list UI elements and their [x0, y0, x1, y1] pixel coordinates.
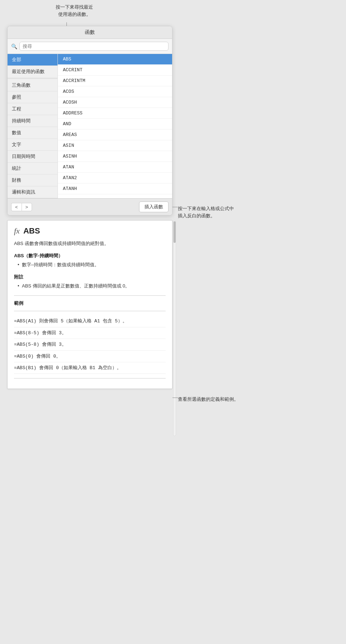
- scrollbar-thumb: [174, 221, 176, 243]
- notes-list: ABS 傳回的結果是正數數值、正數持續時間值或 0。: [14, 282, 166, 290]
- search-input[interactable]: [19, 42, 169, 51]
- search-icon: 🔍: [11, 44, 17, 49]
- search-bar: 🔍: [8, 39, 172, 54]
- func-header: fx ABS: [14, 226, 166, 236]
- function-item-accrint[interactable]: ACCRINT: [58, 65, 172, 76]
- examples-list: =ABS(A1) 則會傳回 5（如果輸入格 A1 包含 5）。=ABS(8-5)…: [14, 316, 166, 374]
- insert-callout: 按一下來在輸入格或公式中 插入反白的函數。: [178, 205, 250, 219]
- category-item-eng[interactable]: 工程: [8, 103, 57, 115]
- function-item-asinh[interactable]: ASINH: [58, 151, 172, 162]
- example-item: =ABS(A1) 則會傳回 5（如果輸入格 A1 包含 5）。: [14, 316, 166, 327]
- function-item-acos[interactable]: ACOS: [58, 86, 172, 97]
- category-item-ref[interactable]: 參照: [8, 91, 57, 103]
- function-item-address[interactable]: ADDRESS: [58, 108, 172, 119]
- example-item: =ABS(0) 會傳回 0。: [14, 351, 166, 362]
- category-divider: [8, 78, 57, 79]
- function-item-atan[interactable]: ATAN: [58, 162, 172, 173]
- function-item-acosh[interactable]: ACOSH: [58, 97, 172, 108]
- function-item-atanh[interactable]: ATANH: [58, 183, 172, 194]
- func-syntax: ABS（數字-持續時間）: [14, 253, 166, 259]
- category-list: 全部最近使用的函數三角函數參照工程持續時間數值文字日期與時間統計財務邏輯和資訊: [8, 54, 58, 198]
- prev-button[interactable]: <: [11, 203, 22, 211]
- next-button[interactable]: >: [22, 203, 32, 211]
- function-item-abs[interactable]: ABS: [58, 54, 172, 65]
- category-item-numeric[interactable]: 數值: [8, 127, 57, 139]
- example-item: =ABS(5-8) 會傳回 3。: [14, 339, 166, 350]
- category-item-stats[interactable]: 統計: [8, 163, 57, 174]
- function-item-atan2[interactable]: ATAN2: [58, 173, 172, 183]
- divider-1: [14, 295, 166, 296]
- nav-buttons: < >: [11, 203, 32, 211]
- category-item-all[interactable]: 全部: [8, 54, 57, 66]
- function-item-accrintm[interactable]: ACCRINTM: [58, 76, 172, 86]
- category-item-finance[interactable]: 財務: [8, 174, 57, 186]
- function-item-areas[interactable]: AREAS: [58, 130, 172, 140]
- notes-label: 附註: [14, 274, 166, 280]
- category-item-text[interactable]: 文字: [8, 139, 57, 151]
- category-item-duration[interactable]: 持續時間: [8, 115, 57, 127]
- function-list: ABSACCRINTACCRINTMACOSACOSHADDRESSANDARE…: [58, 54, 172, 198]
- content-area: 全部最近使用的函數三角函數參照工程持續時間數值文字日期與時間統計財務邏輯和資訊 …: [8, 54, 172, 198]
- func-name-heading: ABS: [23, 226, 40, 236]
- function-item-and[interactable]: AND: [58, 119, 172, 130]
- desc-callout: 查看所選函數的定義和範例。: [178, 396, 250, 403]
- divider-3: [14, 378, 166, 378]
- param-item: 數字–持續時間：數值或持續時間值。: [18, 261, 166, 269]
- panel-title: 函數: [8, 26, 172, 39]
- example-item: =ABS(8-5) 會傳回 3。: [14, 327, 166, 339]
- examples-label: 範例: [14, 300, 166, 307]
- description-panel: fx ABS ABS 函數會傳回數值或持續時間值的絕對值。 ABS（數字-持續時…: [7, 220, 172, 389]
- category-item-logic[interactable]: 邏輯和資訊: [8, 186, 57, 198]
- insert-function-button[interactable]: 插入函數: [139, 201, 169, 212]
- divider-2: [14, 311, 166, 311]
- func-params: 數字–持續時間：數值或持續時間值。: [14, 261, 166, 269]
- desc-scrollbar[interactable]: [173, 220, 176, 436]
- category-item-trig[interactable]: 三角函數: [8, 80, 57, 91]
- category-item-recent[interactable]: 最近使用的函數: [8, 66, 57, 78]
- functions-panel: 函數 🔍 全部最近使用的函數三角函數參照工程持續時間數值文字日期與時間統計財務邏…: [7, 26, 172, 216]
- function-item-asin[interactable]: ASIN: [58, 140, 172, 151]
- func-description: ABS 函數會傳回數值或持續時間值的絕對值。: [14, 240, 166, 248]
- annotation-line-insert: [172, 207, 178, 207]
- example-item: =ABS(B1) 會傳回 0（如果輸入格 B1 為空白）。: [14, 362, 166, 374]
- bottom-bar: < > 插入函數: [8, 198, 172, 215]
- fx-icon: fx: [14, 226, 20, 236]
- note-item: ABS 傳回的結果是正數數值、正數持續時間值或 0。: [18, 282, 166, 290]
- annotation-line-desc: [172, 398, 178, 398]
- top-callout: 按一下來尋找最近 使用過的函數。: [56, 4, 93, 18]
- category-item-datetime[interactable]: 日期與時間: [8, 151, 57, 163]
